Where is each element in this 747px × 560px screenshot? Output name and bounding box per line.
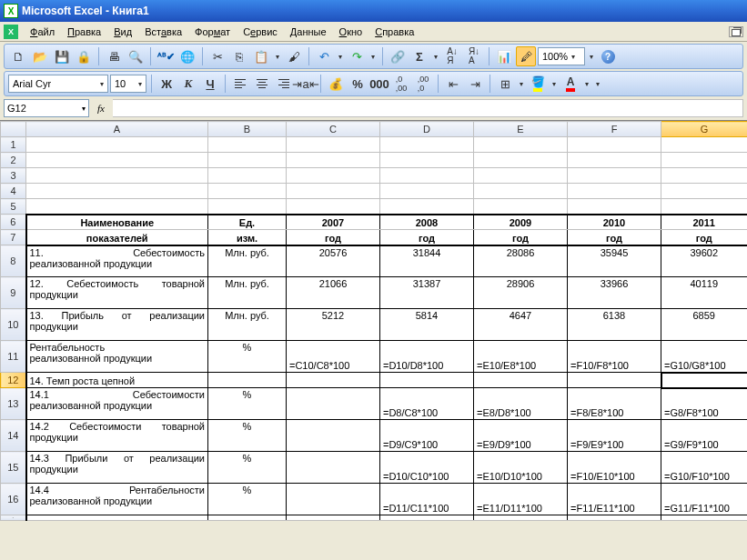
font-color-dropdown[interactable]: ▾ xyxy=(582,74,591,94)
row-header-9[interactable]: 9 xyxy=(1,277,26,309)
cell-F5[interactable] xyxy=(568,199,661,215)
cell-E7[interactable]: год xyxy=(474,230,568,245)
cell-D9[interactable]: 31387 xyxy=(380,277,474,309)
cell-C3[interactable] xyxy=(287,168,380,184)
cell-F16[interactable]: =F11/E11*100 xyxy=(568,484,661,515)
toolbar-options-2[interactable]: ▾ xyxy=(593,74,602,94)
cell-D13[interactable]: =D8/C8*100 xyxy=(380,388,474,420)
row-header-2[interactable]: 2 xyxy=(1,153,26,168)
cell-F17[interactable] xyxy=(568,515,661,521)
cell-C16[interactable] xyxy=(287,484,380,515)
menu-insert[interactable]: Вставка xyxy=(138,24,188,40)
cell-E11[interactable]: =E10/E8*100 xyxy=(474,341,568,373)
cell-A3[interactable] xyxy=(26,168,208,184)
row-header-5[interactable]: 5 xyxy=(1,199,26,215)
fill-color-button[interactable]: 🪣 xyxy=(528,74,548,94)
cell-G3[interactable] xyxy=(661,168,748,184)
cell-E9[interactable]: 28906 xyxy=(474,277,568,309)
row-header-8[interactable]: 8 xyxy=(1,245,26,277)
cell-A16[interactable]: 14.4 Рентабельностиреализованной продукц… xyxy=(26,484,208,515)
cell-B2[interactable] xyxy=(208,153,287,168)
col-header-A[interactable]: A xyxy=(26,122,208,137)
merge-center-button[interactable]: ⇥a⇤ xyxy=(296,74,316,94)
cell-B8[interactable]: Млн. руб. xyxy=(208,245,287,277)
cell-C13[interactable] xyxy=(287,388,380,420)
cell-G9[interactable]: 40119 xyxy=(661,277,748,309)
italic-button[interactable]: К xyxy=(178,74,198,94)
menu-format[interactable]: Формат xyxy=(188,24,237,40)
row-header-7[interactable]: 7 xyxy=(1,230,26,245)
sort-desc-icon[interactable]: Я↓A xyxy=(464,46,484,66)
cell-D16[interactable]: =D11/C11*100 xyxy=(380,484,474,515)
cell-A9[interactable]: 12. Себестоимость товарнойпродукции xyxy=(26,277,208,309)
currency-button[interactable]: 💰 xyxy=(326,74,346,94)
row-header-17[interactable]: 17 xyxy=(1,515,26,521)
formula-input[interactable] xyxy=(113,99,743,117)
research-icon[interactable]: 🌐 xyxy=(177,46,197,66)
decrease-indent-button[interactable]: ⇤ xyxy=(443,74,463,94)
cell-B13[interactable]: % xyxy=(208,388,287,420)
cell-C14[interactable] xyxy=(287,420,380,452)
cell-F10[interactable]: 6138 xyxy=(568,309,661,341)
cell-E16[interactable]: =E11/D11*100 xyxy=(474,484,568,515)
cell-D3[interactable] xyxy=(380,168,474,184)
bold-button[interactable]: Ж xyxy=(156,74,177,94)
row-header-14[interactable]: 14 xyxy=(1,420,26,452)
align-right-button[interactable] xyxy=(274,74,294,94)
borders-button[interactable]: ⊞ xyxy=(495,74,515,94)
cell-D14[interactable]: =D9/C9*100 xyxy=(380,420,474,452)
cell-B11[interactable]: % xyxy=(208,341,287,373)
restore-window-icon[interactable] xyxy=(729,26,743,37)
row-header-4[interactable]: 4 xyxy=(1,184,26,199)
cell-E4[interactable] xyxy=(474,184,568,199)
cell-D4[interactable] xyxy=(380,184,474,199)
cell-B3[interactable] xyxy=(208,168,287,184)
font-size-combo[interactable]: 10▾ xyxy=(110,75,146,93)
cell-C8[interactable]: 20576 xyxy=(287,245,380,277)
undo-dropdown[interactable]: ▾ xyxy=(336,46,345,66)
cell-B5[interactable] xyxy=(208,199,287,215)
name-box-dropdown-icon[interactable]: ▾ xyxy=(82,105,86,113)
print-preview-icon[interactable]: 🔍 xyxy=(126,46,146,66)
comma-style-button[interactable]: 000 xyxy=(369,74,389,94)
paste-dropdown[interactable]: ▾ xyxy=(273,46,282,66)
menu-file[interactable]: Файл xyxy=(24,24,61,40)
cell-B9[interactable]: Млн. руб. xyxy=(208,277,287,309)
cell-G1[interactable] xyxy=(661,137,748,153)
cell-F6[interactable]: 2010 xyxy=(568,215,661,230)
col-header-E[interactable]: E xyxy=(474,122,568,137)
cell-F7[interactable]: год xyxy=(568,230,661,245)
menu-window[interactable]: Окно xyxy=(333,24,369,40)
cell-A11[interactable]: Рентабельностьреализованной продукции xyxy=(26,341,208,373)
increase-decimal-button[interactable]: ,0,00 xyxy=(391,74,411,94)
cell-D17[interactable] xyxy=(380,515,474,521)
cell-D12[interactable] xyxy=(380,373,474,388)
cell-G2[interactable] xyxy=(661,153,748,168)
cell-A6[interactable]: Наименование xyxy=(26,215,208,230)
col-header-C[interactable]: C xyxy=(287,122,380,137)
undo-icon[interactable]: ↶ xyxy=(314,46,334,66)
cell-G13[interactable]: =G8/F8*100 xyxy=(661,388,748,420)
cell-E6[interactable]: 2009 xyxy=(474,215,568,230)
cell-E1[interactable] xyxy=(474,137,568,153)
cell-G6[interactable]: 2011 xyxy=(661,215,748,230)
redo-icon[interactable]: ↷ xyxy=(347,46,367,66)
cell-B14[interactable]: % xyxy=(208,420,287,452)
hyperlink-icon[interactable]: 🔗 xyxy=(388,46,408,66)
cell-D15[interactable]: =D10/C10*100 xyxy=(380,452,474,484)
menu-data[interactable]: Данные xyxy=(284,24,333,40)
select-all-corner[interactable] xyxy=(1,122,26,137)
cell-F11[interactable]: =F10/F8*100 xyxy=(568,341,661,373)
cell-C15[interactable] xyxy=(287,452,380,484)
autosum-icon[interactable]: Σ xyxy=(409,46,429,66)
cell-C5[interactable] xyxy=(287,199,380,215)
percent-button[interactable]: % xyxy=(348,74,368,94)
cell-B16[interactable]: % xyxy=(208,484,287,515)
cell-D7[interactable]: год xyxy=(380,230,474,245)
cell-B7[interactable]: изм. xyxy=(208,230,287,245)
drawing-icon[interactable]: 🖉 xyxy=(516,46,536,66)
col-header-D[interactable]: D xyxy=(380,122,474,137)
autosum-dropdown[interactable]: ▾ xyxy=(431,46,440,66)
cell-G10[interactable]: 6859 xyxy=(661,309,748,341)
cell-E8[interactable]: 28086 xyxy=(474,245,568,277)
